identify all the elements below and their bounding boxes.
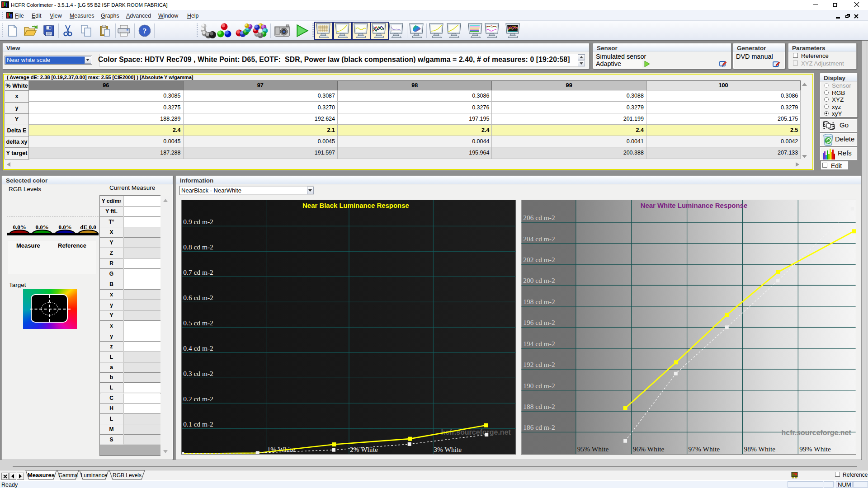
svg-text:?: ? — [143, 27, 147, 35]
svg-text:97% White: 97% White — [689, 445, 720, 453]
svg-text:0.7 cd m-2: 0.7 cd m-2 — [183, 268, 213, 276]
svg-text:0.1 cd m-2: 0.1 cd m-2 — [183, 420, 213, 428]
svg-text:192 cd m-2: 192 cd m-2 — [523, 361, 555, 368]
svg-text:96% White: 96% White — [633, 445, 665, 453]
svg-text:95% White: 95% White — [577, 445, 609, 453]
svg-text:Near White Luminance Response: Near White Luminance Response — [641, 202, 748, 209]
svg-text:196 cd m-2: 196 cd m-2 — [523, 319, 555, 326]
svg-text:Gamma: Gamma — [58, 472, 78, 479]
svg-text:0.4 cd m-2: 0.4 cd m-2 — [183, 344, 213, 352]
svg-text:99% White: 99% White — [799, 445, 831, 453]
svg-text:0.5 cd m-2: 0.5 cd m-2 — [183, 319, 213, 327]
svg-text:hcfr.sourceforge.net: hcfr.sourceforge.net — [782, 429, 852, 436]
svg-text:0.3 cd m-2: 0.3 cd m-2 — [183, 370, 213, 377]
svg-text:Measures: Measures — [28, 472, 55, 479]
svg-text:0.6 cd m-2: 0.6 cd m-2 — [183, 294, 213, 301]
svg-text:0.9 cd m-2: 0.9 cd m-2 — [183, 218, 213, 225]
svg-text:0.8 cd m-2: 0.8 cd m-2 — [183, 243, 213, 251]
svg-text:RGB Levels: RGB Levels — [113, 472, 142, 479]
svg-text:186 cd m-2: 186 cd m-2 — [523, 423, 555, 431]
svg-text:98% White: 98% White — [744, 445, 775, 453]
svg-text:198 cd m-2: 198 cd m-2 — [523, 298, 555, 305]
svg-text:Luminance: Luminance — [81, 472, 108, 479]
svg-text:hcfr.sourceforge.net: hcfr.sourceforge.net — [441, 428, 511, 436]
svg-text:202 cd m-2: 202 cd m-2 — [523, 256, 555, 263]
svg-text:194 cd m-2: 194 cd m-2 — [523, 340, 555, 347]
svg-text:190 cd m-2: 190 cd m-2 — [523, 382, 555, 389]
svg-text:188 cd m-2: 188 cd m-2 — [523, 403, 555, 410]
svg-text:Near Black Luminance Response: Near Black Luminance Response — [302, 202, 409, 209]
svg-text:204 cd m-2: 204 cd m-2 — [523, 235, 555, 243]
svg-text:200 cd m-2: 200 cd m-2 — [523, 277, 555, 284]
svg-text:3% White: 3% White — [434, 446, 462, 453]
svg-text:0.2 cd m-2: 0.2 cd m-2 — [183, 395, 213, 403]
svg-text:206 cd m-2: 206 cd m-2 — [523, 214, 555, 221]
